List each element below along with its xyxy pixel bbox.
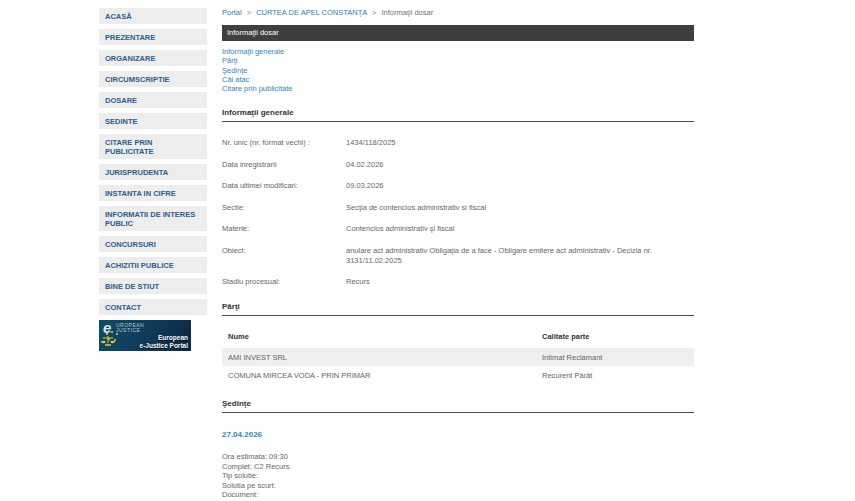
field-value: Secţia de contencios administrativ si fi…: [346, 203, 694, 213]
link-citare-prin-publicitate[interactable]: Citare prin publicitate: [222, 84, 694, 93]
sidebar-item-informatii-de-interes-public[interactable]: INFORMATII DE INTERES PUBLIC: [99, 206, 207, 231]
sidebar-item-bine-de-stiut[interactable]: BINE DE STIUT: [99, 278, 207, 294]
table-row: COMUNA MIRCEA VODA - PRIN PRIMAR Recuren…: [222, 366, 694, 384]
breadcrumb-separator: >: [372, 8, 376, 17]
hearing-ora-estimata: Ora estimata: 09:30: [222, 452, 694, 462]
sidebar: ACASĂ PREZENTARE ORGANIZARE CIRCUMSCRIPT…: [99, 8, 207, 351]
parties-table-header: Nume Calitate parte: [222, 326, 694, 348]
field-label: Sectie:: [222, 203, 346, 213]
field-data-inregistrarii: Data inregistrarii 04.02.2026: [222, 160, 694, 170]
field-nr-unic: Nr. unic (nr. format vechi) : 1434/118/2…: [222, 138, 694, 148]
breadcrumb-portal-link[interactable]: Portal: [222, 8, 242, 17]
field-value: 1434/118/2025: [346, 138, 694, 148]
hearing-solutia-pe-scurt: Solutia pe scurt:: [222, 481, 694, 491]
e-justice-caption-line2: e-Justice Portal: [140, 342, 188, 349]
field-value: anulare act administrativ Obligaţia de a…: [346, 246, 694, 266]
link-parti[interactable]: Părţi: [222, 56, 694, 65]
field-label: Data ultimei modificari:: [222, 181, 346, 191]
field-stadiu-procesual: Stadiu procesual: Recurs: [222, 277, 694, 287]
link-sedinte[interactable]: Şedinţe: [222, 66, 694, 75]
sidebar-item-citare-prin-publicitate[interactable]: CITARE PRIN PUBLICITATE: [99, 134, 207, 159]
field-value: 04.02.2026: [346, 160, 694, 170]
e-justice-brand-line2: JUSTICE: [116, 327, 140, 333]
field-sectie: Sectie: Secţia de contencios administrat…: [222, 203, 694, 213]
field-label: Nr. unic (nr. format vechi) :: [222, 138, 346, 148]
page-title-bar: Informaţii dosar: [222, 25, 694, 41]
e-justice-portal-logo[interactable]: e UROPEAN JUSTICE European e-Justice Por…: [99, 320, 191, 351]
main-content: Portal > CURTEA DE APEL CONSTANŢA > Info…: [222, 8, 694, 500]
party-role: Intimat Reclamant: [542, 353, 688, 362]
table-row: AMI INVEST SRL Intimat Reclamant: [222, 348, 694, 366]
breadcrumb: Portal > CURTEA DE APEL CONSTANŢA > Info…: [222, 8, 694, 17]
section-title-sedinte: Şedinţe: [222, 399, 694, 413]
link-informatii-generale[interactable]: Informaţii generale: [222, 47, 694, 56]
sidebar-item-jurisprudenta[interactable]: JURISPRUDENTA: [99, 164, 207, 180]
sidebar-item-contact[interactable]: CONTACT: [99, 299, 207, 315]
quick-links: Informaţii generale Părţi Şedinţe Căi at…: [222, 47, 694, 93]
sidebar-item-instanta-in-cifre[interactable]: INSTANTA IN CIFRE: [99, 185, 207, 201]
column-header-nume: Nume: [228, 332, 542, 341]
e-justice-caption-line1: European: [158, 334, 188, 341]
field-label: Materie:: [222, 224, 346, 234]
page: ACASĂ PREZENTARE ORGANIZARE CIRCUMSCRIPT…: [0, 0, 855, 501]
hearing-details: Ora estimata: 09:30 Complet: C2 Recurs T…: [222, 452, 694, 500]
party-name: AMI INVEST SRL: [228, 353, 542, 362]
link-cai-atac[interactable]: Căi atac: [222, 75, 694, 84]
field-value: 09.03.2026: [346, 181, 694, 191]
field-label: Stadiu procesual:: [222, 277, 346, 287]
justice-scales-icon: [101, 332, 115, 350]
party-role: Recurent Pârât: [542, 371, 688, 380]
section-title-parti: Părţi: [222, 302, 694, 316]
breadcrumb-court-link[interactable]: CURTEA DE APEL CONSTANŢA: [256, 8, 367, 17]
hearing-date-link[interactable]: 27.04.2026: [222, 430, 262, 439]
e-justice-caption: European e-Justice Portal: [140, 334, 188, 349]
field-materie: Materie: Contencios administrativ şi fis…: [222, 224, 694, 234]
general-fields: Nr. unic (nr. format vechi) : 1434/118/2…: [222, 138, 694, 287]
section-title-informatii-generale: Informaţii generale: [222, 108, 694, 122]
hearing-tip-solutie: Tip solutie:: [222, 471, 694, 481]
breadcrumb-separator: >: [247, 8, 251, 17]
breadcrumb-current: Informaţii dosar: [381, 8, 433, 17]
sidebar-item-acasa[interactable]: ACASĂ: [99, 8, 207, 24]
sidebar-item-organizare[interactable]: ORGANIZARE: [99, 50, 207, 66]
sidebar-item-circumscriptie[interactable]: CIRCUMSCRIPTIE: [99, 71, 207, 87]
parties-table: Nume Calitate parte AMI INVEST SRL Intim…: [222, 326, 694, 384]
field-data-ultimei-modificari: Data ultimei modificari: 09.03.2026: [222, 181, 694, 191]
field-label: Obiect:: [222, 246, 346, 266]
sidebar-item-dosare[interactable]: DOSARE: [99, 92, 207, 108]
sidebar-item-prezentare[interactable]: PREZENTARE: [99, 29, 207, 45]
e-justice-brand-text: UROPEAN JUSTICE: [116, 323, 144, 333]
sidebar-item-achizitii-publice[interactable]: ACHIZITII PUBLICE: [99, 257, 207, 273]
hearing-document: Document:: [222, 490, 694, 500]
column-header-calitate-parte: Calitate parte: [542, 332, 688, 341]
sidebar-item-sedinte[interactable]: SEDINTE: [99, 113, 207, 129]
sidebar-item-concursuri[interactable]: CONCURSURI: [99, 236, 207, 252]
field-value: Contencios administrativ şi fiscal: [346, 224, 694, 234]
hearing-complet: Complet: C2 Recurs: [222, 462, 694, 472]
party-name: COMUNA MIRCEA VODA - PRIN PRIMAR: [228, 371, 542, 380]
field-obiect: Obiect: anulare act administrativ Obliga…: [222, 246, 694, 266]
field-value: Recurs: [346, 277, 694, 287]
field-label: Data inregistrarii: [222, 160, 346, 170]
page-title: Informaţii dosar: [227, 28, 279, 37]
